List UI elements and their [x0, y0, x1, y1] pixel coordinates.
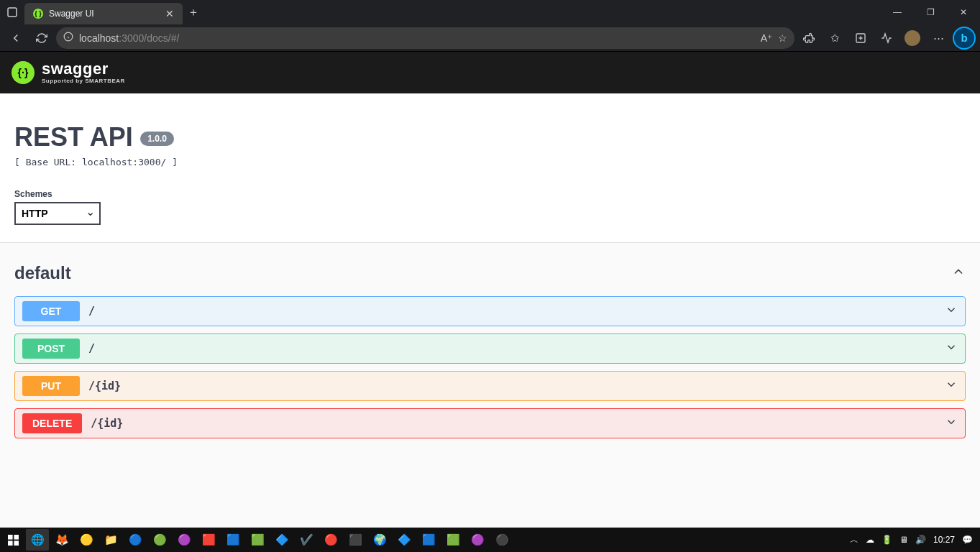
taskbar-firefox-icon[interactable]: 🦊: [50, 529, 73, 551]
close-window-button[interactable]: ✕: [947, 0, 980, 24]
close-tab-icon[interactable]: ✕: [165, 8, 174, 19]
taskbar-edge-icon[interactable]: 🌐: [26, 529, 49, 551]
system-tray[interactable]: ︿ ☁ 🔋 🖥 🔊 10:27 💬: [844, 534, 979, 546]
tag-header[interactable]: default: [14, 257, 966, 289]
browser-tab[interactable]: { } Swagger UI ✕: [24, 3, 183, 24]
tray-display-icon[interactable]: 🖥: [899, 535, 908, 545]
api-title: REST API: [14, 122, 133, 152]
address-bar[interactable]: localhost:3000/docs/#/ A⁺ ☆: [56, 27, 794, 49]
tray-volume-icon[interactable]: 🔊: [915, 535, 926, 545]
taskbar-whatsapp-icon[interactable]: 🟢: [148, 529, 171, 551]
favorites-icon[interactable]: ✩: [823, 27, 846, 50]
tab-title: Swagger UI: [49, 9, 94, 19]
taskbar-app4-icon[interactable]: 🌍: [368, 529, 391, 551]
taskbar-discord-icon[interactable]: 🟣: [466, 529, 489, 551]
read-aloud-icon[interactable]: A⁺: [761, 32, 772, 44]
window-controls: ― ❐ ✕: [881, 0, 980, 24]
browser-toolbar: localhost:3000/docs/#/ A⁺ ☆ ✩ ⋯ b: [0, 24, 980, 52]
chevron-down-icon: [945, 415, 958, 432]
http-method-badge: DELETE: [22, 413, 82, 433]
refresh-button[interactable]: [30, 27, 53, 50]
maximize-button[interactable]: ❐: [914, 0, 947, 24]
url-text: localhost:3000/docs/#/: [79, 32, 755, 44]
taskbar-skype-icon[interactable]: 🔵: [124, 529, 147, 551]
extensions-icon[interactable]: [797, 27, 820, 50]
taskbar-app3-icon[interactable]: ⬛: [344, 529, 367, 551]
swagger-logo-icon: {·}: [12, 61, 35, 84]
opblock-get[interactable]: GET/: [14, 296, 966, 326]
tab-actions-button[interactable]: [0, 0, 24, 24]
taskbar-word-icon[interactable]: 🟦: [221, 529, 244, 551]
favorite-icon[interactable]: ☆: [778, 32, 787, 44]
taskbar-app5-icon[interactable]: 🟩: [441, 529, 464, 551]
tag-section: default GET/POST/PUT/{id}DELETE/{id}: [0, 243, 980, 453]
windows-taskbar: 🌐 🦊 🟡 📁 🔵 🟢 🟣 🟥 🟦 🟩 🔷 ✔️ 🔴 ⬛ 🌍 🔷 🟦 🟩 🟣 ⚫…: [0, 528, 980, 552]
swagger-favicon-icon: { }: [33, 9, 43, 19]
collections-icon[interactable]: [849, 27, 872, 50]
svg-rect-8: [14, 535, 19, 540]
taskbar-app6-icon[interactable]: ⚫: [490, 529, 513, 551]
start-button[interactable]: [1, 529, 24, 551]
chevron-down-icon: [945, 303, 958, 320]
svg-rect-9: [8, 540, 13, 546]
browser-titlebar: { } Swagger UI ✕ ＋ ― ❐ ✕: [0, 0, 980, 24]
chevron-down-icon: [945, 341, 958, 357]
tray-clock[interactable]: 10:27: [933, 535, 955, 545]
taskbar-excel-icon[interactable]: 🟩: [246, 529, 269, 551]
svg-rect-0: [8, 8, 17, 17]
opblock-put[interactable]: PUT/{id}: [14, 371, 966, 401]
version-badge: 1.0.0: [140, 132, 174, 146]
endpoint-path: /: [88, 342, 95, 355]
info-section: REST API 1.0.0 [ Base URL: localhost:300…: [0, 93, 980, 182]
taskbar-vscode-icon[interactable]: 🔷: [393, 529, 416, 551]
tray-chevron-icon[interactable]: ︿: [850, 534, 858, 546]
endpoint-path: /: [88, 305, 95, 318]
swagger-brand: swagger Supported by SMARTBEAR: [42, 61, 125, 84]
opblock-post[interactable]: POST/: [14, 334, 966, 364]
schemes-section: Schemes HTTP: [0, 182, 980, 243]
taskbar-explorer-icon[interactable]: 📁: [99, 529, 122, 551]
taskbar-app1-icon[interactable]: 🔷: [270, 529, 293, 551]
swagger-topbar: {·} swagger Supported by SMARTBEAR: [0, 52, 980, 93]
taskbar-app2-icon[interactable]: 🔴: [319, 529, 342, 551]
taskbar-todo-icon[interactable]: ✔️: [295, 529, 318, 551]
bing-icon[interactable]: b: [953, 27, 976, 50]
schemes-select[interactable]: HTTP: [14, 202, 101, 225]
opblock-delete[interactable]: DELETE/{id}: [14, 408, 966, 438]
site-info-icon[interactable]: [63, 32, 73, 44]
chevron-down-icon: [945, 378, 958, 395]
more-icon[interactable]: ⋯: [927, 27, 950, 50]
endpoint-path: /{id}: [88, 380, 121, 392]
svg-rect-10: [14, 540, 19, 546]
http-method-badge: GET: [22, 301, 80, 321]
performance-icon[interactable]: [875, 27, 898, 50]
tray-cloud-icon[interactable]: ☁: [866, 535, 874, 545]
taskbar-chrome-icon[interactable]: 🟡: [75, 529, 98, 551]
endpoint-path: /{id}: [91, 417, 123, 430]
taskbar-onenote-icon[interactable]: 🟣: [173, 529, 196, 551]
svg-rect-7: [8, 535, 13, 540]
tag-name: default: [14, 263, 71, 283]
base-url: [ Base URL: localhost:3000/ ]: [14, 157, 966, 167]
taskbar-trello-icon[interactable]: 🟦: [417, 529, 440, 551]
chevron-up-icon: [951, 264, 966, 282]
tray-notifications-icon[interactable]: 💬: [962, 535, 973, 545]
taskbar-powerpoint-icon[interactable]: 🟥: [197, 529, 220, 551]
new-tab-button[interactable]: ＋: [183, 0, 204, 24]
back-button[interactable]: [4, 27, 27, 50]
tray-battery-icon[interactable]: 🔋: [881, 535, 892, 545]
schemes-label: Schemes: [14, 189, 966, 199]
minimize-button[interactable]: ―: [881, 0, 914, 24]
profile-icon[interactable]: [901, 27, 924, 50]
http-method-badge: POST: [22, 339, 80, 359]
http-method-badge: PUT: [22, 376, 80, 396]
swagger-content: REST API 1.0.0 [ Base URL: localhost:300…: [0, 93, 980, 528]
